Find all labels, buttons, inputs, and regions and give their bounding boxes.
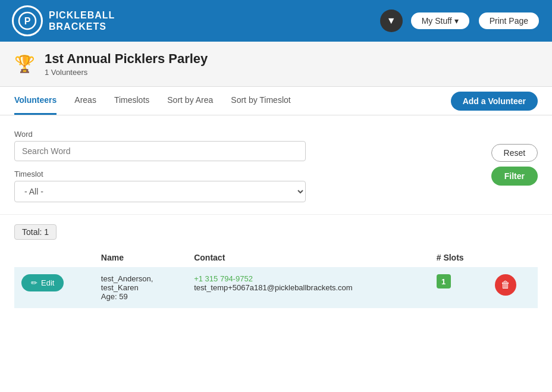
volunteer-name-line2: test_Karen: [101, 283, 180, 292]
add-volunteer-button[interactable]: Add a Volunteer: [451, 92, 538, 111]
logo-icon: P: [12, 5, 43, 36]
trophy-icon: 🏆: [14, 54, 35, 74]
tab-timeslots[interactable]: Timeslots: [114, 87, 149, 115]
filter-area: Word Timeslot - All - Reset Filter: [0, 115, 552, 215]
edit-button[interactable]: ✏ Edit: [21, 274, 64, 291]
filter-button[interactable]: Filter: [491, 167, 538, 186]
edit-cell: ✏ Edit: [14, 267, 94, 308]
timeslot-select[interactable]: - All -: [14, 181, 306, 202]
volunteers-table: Name Contact # Slots ✏ Edit test_Anderso…: [14, 248, 538, 308]
my-stuff-button[interactable]: My Stuff ▾: [410, 11, 471, 30]
header: P PICKLEBALL BRACKETS ▼ My Stuff ▾ Print…: [0, 0, 552, 42]
table-area: Total: 1 Name Contact # Slots ✏ Edit: [0, 215, 552, 318]
filter-fields: Word Timeslot - All -: [14, 130, 479, 202]
tab-volunteers[interactable]: Volunteers: [14, 87, 57, 115]
table-row: ✏ Edit test_Anderson, test_Karen Age: 59…: [14, 267, 538, 308]
pencil-icon: ✏: [31, 278, 37, 287]
delete-cell: 🗑: [488, 267, 538, 308]
col-contact: Contact: [187, 248, 429, 267]
dropdown-button[interactable]: ▼: [380, 10, 403, 32]
filter-buttons: Reset Filter: [491, 144, 538, 186]
volunteer-age: Age: 59: [101, 292, 180, 301]
page-title-area: 🏆 1st Annual Picklers Parley 1 Volunteer…: [0, 42, 552, 87]
logo-area: P PICKLEBALL BRACKETS: [12, 5, 380, 36]
tab-sort-by-timeslot[interactable]: Sort by Timeslot: [231, 87, 290, 115]
page-title-text: 1st Annual Picklers Parley 1 Volunteers: [45, 51, 208, 77]
volunteers-count: 1 Volunteers: [45, 68, 208, 77]
logo-text: PICKLEBALL BRACKETS: [49, 10, 115, 32]
volunteer-email: test_temp+5067a181@pickleballbrackets.co…: [194, 283, 422, 292]
col-actions: [14, 248, 94, 267]
slot-badge: 1: [437, 274, 451, 288]
tabs-area: Volunteers Areas Timeslots Sort by Area …: [0, 87, 552, 115]
contact-cell: +1 315 794-9752 test_temp+5067a181@pickl…: [187, 267, 429, 308]
name-cell: test_Anderson, test_Karen Age: 59: [94, 267, 187, 308]
volunteer-phone: +1 315 794-9752: [194, 274, 422, 283]
header-nav: ▼ My Stuff ▾ Print Page: [380, 10, 540, 32]
word-label: Word: [14, 130, 479, 139]
search-input[interactable]: [14, 141, 306, 161]
print-page-button[interactable]: Print Page: [478, 11, 540, 30]
tab-sort-by-area[interactable]: Sort by Area: [167, 87, 213, 115]
col-delete: [488, 248, 538, 267]
col-name: Name: [94, 248, 187, 267]
col-slots: # Slots: [429, 248, 488, 267]
svg-text:P: P: [24, 16, 31, 26]
page-title: 1st Annual Picklers Parley: [45, 51, 208, 67]
edit-label: Edit: [41, 278, 54, 287]
volunteer-name-line1: test_Anderson,: [101, 274, 180, 283]
total-badge: Total: 1: [14, 224, 57, 240]
delete-button[interactable]: 🗑: [495, 274, 516, 296]
slots-cell: 1: [429, 267, 488, 308]
tab-areas[interactable]: Areas: [74, 87, 96, 115]
trash-icon: 🗑: [501, 280, 510, 290]
timeslot-label: Timeslot: [14, 170, 479, 178]
reset-button[interactable]: Reset: [491, 144, 538, 162]
